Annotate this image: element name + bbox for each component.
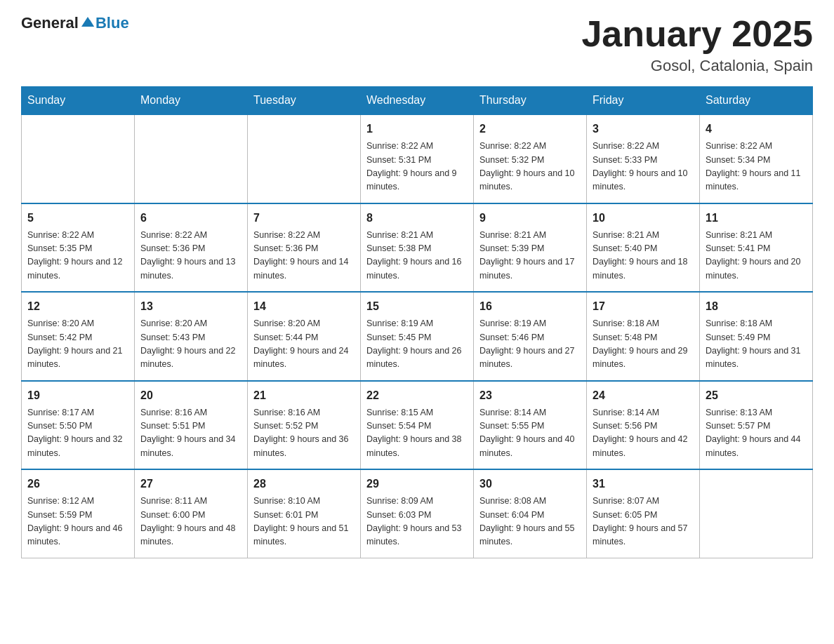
day-number: 20 [140,387,241,404]
day-cell: 6Sunrise: 8:22 AMSunset: 5:36 PMDaylight… [135,203,248,293]
day-info: Sunrise: 8:22 AMSunset: 5:36 PMDaylight:… [140,229,241,283]
day-cell: 29Sunrise: 8:09 AMSunset: 6:03 PMDayligh… [361,469,474,558]
header-cell-wednesday: Wednesday [361,87,474,115]
day-info: Sunrise: 8:19 AMSunset: 5:45 PMDaylight:… [366,317,468,372]
day-cell: 10Sunrise: 8:21 AMSunset: 5:40 PMDayligh… [587,203,700,293]
day-cell: 2Sunrise: 8:22 AMSunset: 5:32 PMDaylight… [474,114,587,203]
logo-text-general: General [21,14,79,32]
day-info: Sunrise: 8:19 AMSunset: 5:46 PMDaylight:… [479,317,581,372]
day-cell: 26Sunrise: 8:12 AMSunset: 5:59 PMDayligh… [22,469,135,558]
week-row-3: 12Sunrise: 8:20 AMSunset: 5:42 PMDayligh… [22,292,813,381]
day-number: 25 [706,387,807,404]
day-info: Sunrise: 8:21 AMSunset: 5:39 PMDaylight:… [479,229,581,283]
day-info: Sunrise: 8:16 AMSunset: 5:52 PMDaylight:… [253,406,355,461]
day-info: Sunrise: 8:20 AMSunset: 5:42 PMDaylight:… [27,317,128,372]
day-cell: 4Sunrise: 8:22 AMSunset: 5:34 PMDaylight… [700,114,813,203]
day-info: Sunrise: 8:07 AMSunset: 6:05 PMDaylight:… [593,495,694,549]
day-cell: 13Sunrise: 8:20 AMSunset: 5:43 PMDayligh… [135,292,248,381]
day-info: Sunrise: 8:22 AMSunset: 5:36 PMDaylight:… [253,229,355,283]
week-row-5: 26Sunrise: 8:12 AMSunset: 5:59 PMDayligh… [22,469,813,558]
day-number: 31 [593,476,694,492]
day-cell: 27Sunrise: 8:11 AMSunset: 6:00 PMDayligh… [135,469,248,558]
day-number: 2 [479,121,581,137]
day-info: Sunrise: 8:22 AMSunset: 5:33 PMDaylight:… [593,140,694,194]
day-number: 6 [140,210,241,227]
day-cell: 18Sunrise: 8:18 AMSunset: 5:49 PMDayligh… [700,292,813,381]
day-info: Sunrise: 8:13 AMSunset: 5:57 PMDaylight:… [706,406,807,461]
day-number: 15 [366,298,468,315]
logo: General Blue [21,14,129,32]
header-cell-saturday: Saturday [700,87,813,115]
day-info: Sunrise: 8:16 AMSunset: 5:51 PMDaylight:… [140,406,241,461]
day-number: 14 [253,298,355,315]
day-number: 24 [593,387,694,404]
day-cell [700,469,813,558]
day-cell: 9Sunrise: 8:21 AMSunset: 5:39 PMDaylight… [474,203,587,293]
day-number: 8 [366,210,468,227]
day-number: 7 [253,210,355,227]
day-number: 18 [706,298,807,315]
day-number: 10 [593,210,694,227]
day-cell: 11Sunrise: 8:21 AMSunset: 5:41 PMDayligh… [700,203,813,293]
day-cell: 28Sunrise: 8:10 AMSunset: 6:01 PMDayligh… [248,469,361,558]
day-cell: 24Sunrise: 8:14 AMSunset: 5:56 PMDayligh… [587,381,700,470]
day-number: 19 [27,387,128,404]
day-cell: 15Sunrise: 8:19 AMSunset: 5:45 PMDayligh… [361,292,474,381]
logo-text-blue: Blue [95,14,129,32]
header-row: SundayMondayTuesdayWednesdayThursdayFrid… [22,87,813,115]
day-info: Sunrise: 8:11 AMSunset: 6:00 PMDaylight:… [140,495,241,549]
day-number: 22 [366,387,468,404]
location-title: Gosol, Catalonia, Spain [581,57,813,75]
day-cell: 20Sunrise: 8:16 AMSunset: 5:51 PMDayligh… [135,381,248,470]
day-info: Sunrise: 8:18 AMSunset: 5:49 PMDaylight:… [706,317,807,372]
day-number: 28 [253,476,355,492]
day-cell: 14Sunrise: 8:20 AMSunset: 5:44 PMDayligh… [248,292,361,381]
header-cell-friday: Friday [587,87,700,115]
day-cell: 25Sunrise: 8:13 AMSunset: 5:57 PMDayligh… [700,381,813,470]
calendar-body: 1Sunrise: 8:22 AMSunset: 5:31 PMDaylight… [22,114,813,558]
day-info: Sunrise: 8:12 AMSunset: 5:59 PMDaylight:… [27,495,128,549]
day-info: Sunrise: 8:14 AMSunset: 5:55 PMDaylight:… [479,406,581,461]
day-number: 1 [366,121,468,137]
day-number: 9 [479,210,581,227]
day-info: Sunrise: 8:20 AMSunset: 5:44 PMDaylight:… [253,317,355,372]
day-info: Sunrise: 8:17 AMSunset: 5:50 PMDaylight:… [27,406,128,461]
header-cell-sunday: Sunday [22,87,135,115]
month-title: January 2025 [581,14,813,54]
day-info: Sunrise: 8:22 AMSunset: 5:34 PMDaylight:… [706,140,807,194]
day-cell: 22Sunrise: 8:15 AMSunset: 5:54 PMDayligh… [361,381,474,470]
day-info: Sunrise: 8:22 AMSunset: 5:35 PMDaylight:… [27,229,128,283]
day-info: Sunrise: 8:22 AMSunset: 5:32 PMDaylight:… [479,140,581,194]
calendar-header: SundayMondayTuesdayWednesdayThursdayFrid… [22,87,813,115]
day-cell: 21Sunrise: 8:16 AMSunset: 5:52 PMDayligh… [248,381,361,470]
day-info: Sunrise: 8:08 AMSunset: 6:04 PMDaylight:… [479,495,581,549]
day-number: 3 [593,121,694,137]
day-cell: 31Sunrise: 8:07 AMSunset: 6:05 PMDayligh… [587,469,700,558]
day-info: Sunrise: 8:14 AMSunset: 5:56 PMDaylight:… [593,406,694,461]
day-number: 23 [479,387,581,404]
calendar-table: SundayMondayTuesdayWednesdayThursdayFrid… [21,86,813,558]
day-number: 5 [27,210,128,227]
day-number: 13 [140,298,241,315]
logo-icon [80,14,95,29]
week-row-1: 1Sunrise: 8:22 AMSunset: 5:31 PMDaylight… [22,114,813,203]
day-number: 29 [366,476,468,492]
day-cell: 19Sunrise: 8:17 AMSunset: 5:50 PMDayligh… [22,381,135,470]
day-info: Sunrise: 8:09 AMSunset: 6:03 PMDaylight:… [366,495,468,549]
day-number: 21 [253,387,355,404]
day-number: 17 [593,298,694,315]
page-header: General Blue January 2025 Gosol, Catalon… [21,14,813,75]
day-info: Sunrise: 8:21 AMSunset: 5:38 PMDaylight:… [366,229,468,283]
title-section: January 2025 Gosol, Catalonia, Spain [581,14,813,75]
header-cell-thursday: Thursday [474,87,587,115]
header-cell-tuesday: Tuesday [248,87,361,115]
day-number: 12 [27,298,128,315]
day-info: Sunrise: 8:18 AMSunset: 5:48 PMDaylight:… [593,317,694,372]
day-info: Sunrise: 8:21 AMSunset: 5:40 PMDaylight:… [593,229,694,283]
day-number: 16 [479,298,581,315]
day-info: Sunrise: 8:21 AMSunset: 5:41 PMDaylight:… [706,229,807,283]
day-cell: 17Sunrise: 8:18 AMSunset: 5:48 PMDayligh… [587,292,700,381]
day-cell: 23Sunrise: 8:14 AMSunset: 5:55 PMDayligh… [474,381,587,470]
day-info: Sunrise: 8:10 AMSunset: 6:01 PMDaylight:… [253,495,355,549]
day-cell: 1Sunrise: 8:22 AMSunset: 5:31 PMDaylight… [361,114,474,203]
